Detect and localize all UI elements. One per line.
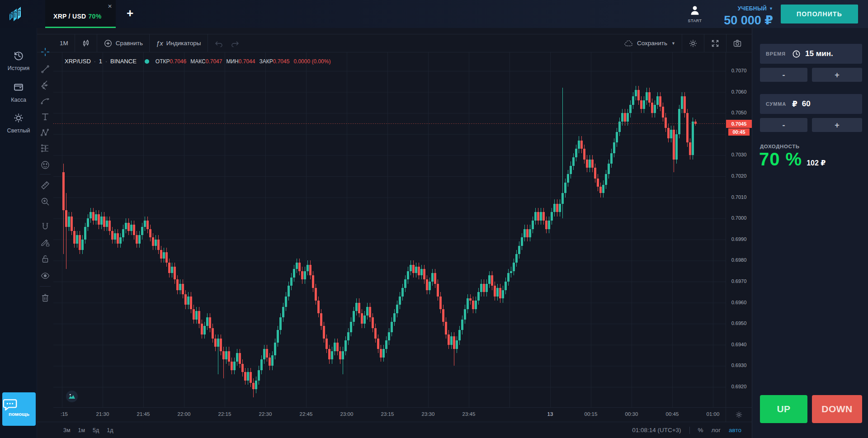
lock-icon[interactable] — [40, 254, 50, 264]
clock-display[interactable]: 01:08:14 (UTC+3) — [632, 427, 681, 433]
amount-field[interactable]: СУММА ₽ 60 — [760, 94, 862, 114]
toolbar-divider — [40, 174, 51, 174]
price-axis[interactable]: 0.70700.70600.70500.70300.70200.70100.70… — [726, 52, 752, 407]
divider — [689, 427, 690, 434]
draw-lock-icon[interactable] — [40, 238, 50, 248]
sidebar-item-theme[interactable]: Светлый — [0, 112, 37, 134]
trading-app: XRP / USD70% ✕ + START УЧЕБНЫЙ▼ 50 000 ₽… — [0, 0, 868, 438]
trendline-icon[interactable] — [40, 64, 50, 74]
chevron-down-icon: ▼ — [671, 41, 675, 46]
app-logo-icon[interactable] — [6, 4, 26, 24]
price-axis-label: 0.6960 — [726, 300, 752, 305]
legend-interval: 1 — [99, 58, 102, 65]
save-layout-button[interactable]: Сохранить ▼ — [618, 34, 682, 52]
text-icon[interactable] — [40, 112, 50, 122]
brush-icon[interactable] — [40, 96, 50, 106]
down-button[interactable]: DOWN — [812, 395, 862, 423]
tab-close-icon[interactable]: ✕ — [108, 4, 112, 9]
candles-icon — [81, 39, 90, 48]
interval-button[interactable]: 1М — [53, 34, 75, 52]
time-field-value: 15 мин. — [805, 49, 833, 58]
time-minus-button[interactable]: - — [760, 68, 807, 82]
add-tab-button[interactable]: + — [127, 7, 133, 19]
toolbar-divider — [40, 286, 51, 287]
amount-minus-button[interactable]: - — [760, 118, 807, 132]
market-status-dot — [145, 59, 149, 64]
tab-xrp-usd[interactable]: XRP / USD70% ✕ — [45, 0, 116, 28]
payout-percent: 70 % — [759, 149, 802, 170]
undo-button[interactable] — [208, 34, 230, 52]
axis-settings-button[interactable] — [726, 407, 752, 422]
amount-plus-button[interactable]: + — [812, 118, 862, 132]
compare-button[interactable]: Сравнить — [97, 34, 149, 52]
start-user-button[interactable]: START — [684, 5, 705, 23]
fullscreen-button[interactable] — [704, 34, 726, 52]
time-axis-label: 23:30 — [422, 411, 435, 417]
sidebar-item-history[interactable]: История — [0, 50, 37, 71]
time-axis-label: 23:45 — [462, 411, 476, 417]
bottom-bar-right: 01:08:14 (UTC+3) % лог авто — [632, 422, 741, 438]
chart-style-button[interactable] — [75, 34, 97, 52]
payout-label: ДОХОДНОСТЬ — [760, 144, 800, 149]
time-axis-label: 23:00 — [340, 411, 354, 417]
screenshot-button[interactable] — [726, 34, 748, 52]
price-axis-label: 0.6990 — [726, 236, 752, 242]
range-button-1д[interactable]: 1д — [107, 427, 113, 433]
tab-symbol: XRP / USD — [53, 13, 86, 20]
price-axis-label: 0.6920 — [726, 384, 752, 389]
chart-watermark-button[interactable] — [66, 391, 78, 402]
range-button-3м[interactable]: 3м — [63, 427, 71, 433]
gear-icon — [689, 39, 698, 48]
left-sidebar: История Касса Светлый — [0, 28, 37, 438]
eye-icon[interactable] — [40, 271, 50, 281]
balance-value: 50 000 ₽ — [724, 13, 773, 28]
auto-scale-button[interactable]: авто — [729, 427, 741, 433]
account-switcher[interactable]: УЧЕБНЫЙ▼ 50 000 ₽ — [724, 4, 773, 28]
amount-field-value: 60 — [802, 99, 811, 108]
price-axis-label: 0.7030 — [726, 152, 752, 157]
forecast-icon[interactable] — [40, 143, 50, 153]
range-button-5д[interactable]: 5д — [93, 427, 99, 433]
sidebar-item-cashier[interactable]: Касса — [0, 81, 37, 103]
indicators-button[interactable]: ƒx Индикаторы — [150, 34, 208, 52]
time-axis[interactable]: :1521:3021:4522:0022:1522:3022:4523:0023… — [53, 407, 726, 422]
user-icon — [689, 5, 701, 16]
percent-scale-button[interactable]: % — [698, 427, 703, 433]
time-field[interactable]: ВРЕМЯ 15 мин. — [760, 44, 862, 64]
chart-settings-button[interactable] — [682, 34, 704, 52]
legend-symbol[interactable]: XRP/USD — [65, 58, 91, 65]
trash-icon[interactable] — [40, 293, 50, 303]
up-button[interactable]: UP — [760, 395, 807, 423]
redo-icon — [231, 40, 240, 47]
zoom-in-icon[interactable] — [40, 197, 50, 207]
gridlines — [53, 52, 726, 407]
range-button-1м[interactable]: 1м — [78, 427, 85, 433]
xabcd-pattern-icon[interactable] — [40, 127, 50, 137]
price-axis-label: 0.7000 — [726, 215, 752, 221]
chat-icon — [2, 392, 36, 411]
camera-icon — [733, 39, 742, 48]
time-axis-label: :15 — [61, 411, 68, 417]
magnet-icon[interactable] — [40, 222, 50, 232]
time-axis-label: 00:15 — [585, 411, 598, 417]
crosshair-icon[interactable] — [40, 47, 50, 57]
time-plus-button[interactable]: + — [812, 68, 862, 82]
chart-pane: 1М С — [37, 28, 752, 438]
price-axis-label: 0.7070 — [726, 68, 752, 73]
candles — [62, 86, 697, 398]
ruler-icon[interactable] — [40, 180, 50, 190]
legend-change: 0.0000 (0.00%) — [293, 58, 330, 65]
time-axis-label: 00:30 — [625, 411, 638, 417]
time-axis-label: 22:15 — [218, 411, 231, 417]
gann-fib-icon[interactable] — [40, 80, 50, 90]
emoji-icon[interactable] — [40, 160, 50, 170]
redo-button[interactable] — [230, 34, 246, 52]
time-field-label: ВРЕМЯ — [766, 51, 792, 57]
log-scale-button[interactable]: лог — [712, 427, 721, 433]
wallet-icon — [13, 81, 24, 93]
chart-plot[interactable]: XRP/USD · 1 · BINANCE ОТКР0.7046 МАКС0.7… — [53, 52, 726, 407]
deposit-button[interactable]: ПОПОЛНИТЬ — [781, 5, 858, 24]
top-bar: XRP / USD70% ✕ + START УЧЕБНЫЙ▼ 50 000 ₽… — [0, 0, 868, 28]
gear-icon — [735, 411, 743, 419]
help-button[interactable]: помощь — [2, 392, 36, 426]
